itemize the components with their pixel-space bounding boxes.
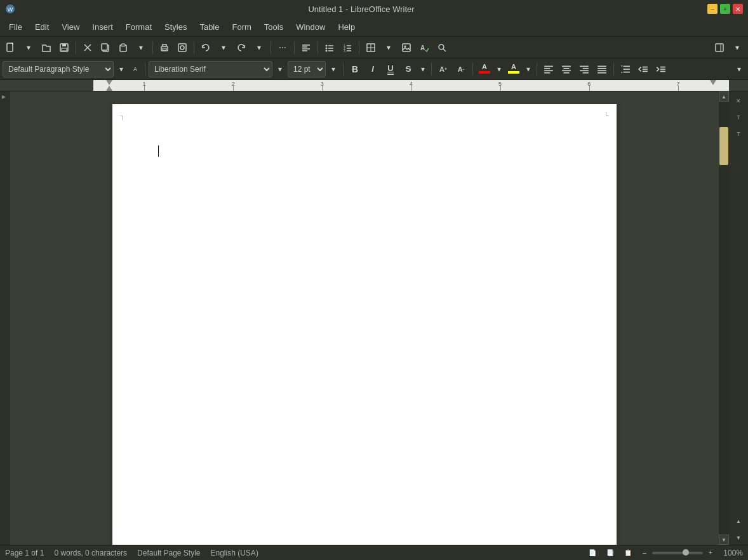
- highlight-color-button[interactable]: A: [505, 61, 522, 77]
- zoom-level[interactable]: 100%: [721, 549, 743, 557]
- menu-edit[interactable]: Edit: [29, 20, 55, 34]
- menu-bar: File Edit View Insert Format Styles Tabl…: [0, 18, 748, 37]
- extra-button-1[interactable]: ⋯: [274, 39, 291, 56]
- print-preview-button[interactable]: [174, 39, 190, 56]
- status-doc-icon-2[interactable]: 📑: [604, 547, 617, 559]
- font-name-more-button[interactable]: ▾: [274, 61, 286, 77]
- menu-window[interactable]: Window: [290, 20, 331, 34]
- right-panel-btn-bottom[interactable]: ▲: [731, 514, 745, 528]
- font-size-more-button[interactable]: ▾: [327, 61, 340, 77]
- svg-point-38: [439, 44, 444, 50]
- subscript-button[interactable]: A-: [453, 61, 469, 77]
- right-panel-btn-bottom2[interactable]: ▼: [731, 531, 745, 545]
- font-color-button[interactable]: A: [476, 61, 493, 77]
- font-size-select[interactable]: 12 pt: [288, 61, 326, 77]
- right-panel-btn-3[interactable]: T: [731, 127, 745, 141]
- more-controls-button[interactable]: ▾: [729, 39, 745, 56]
- find-button[interactable]: [434, 39, 450, 56]
- menu-insert[interactable]: Insert: [86, 20, 119, 34]
- superscript-button[interactable]: A+: [435, 61, 451, 77]
- new-dropdown-button[interactable]: ▾: [20, 39, 37, 56]
- sidebar-toggle-button[interactable]: [711, 39, 728, 56]
- fmt-sep-6: [613, 63, 614, 76]
- vertical-scrollbar[interactable]: ▲ ▼: [719, 91, 729, 545]
- menu-view[interactable]: View: [55, 20, 86, 34]
- font-color-dropdown[interactable]: ▾: [494, 61, 504, 77]
- align-justify-fmt-button[interactable]: [594, 61, 610, 77]
- status-doc-icon-1[interactable]: 📄: [586, 547, 599, 559]
- window-title: Untitled 1 - LibreOffice Writer: [15, 4, 707, 14]
- menu-file[interactable]: File: [3, 20, 29, 34]
- menu-format[interactable]: Format: [119, 20, 158, 34]
- insert-table-dropdown[interactable]: ▾: [380, 39, 397, 56]
- scroll-down-button[interactable]: ▼: [719, 535, 729, 545]
- align-right-fmt-button[interactable]: [576, 61, 592, 77]
- bullets-button[interactable]: [321, 39, 338, 56]
- cut-button[interactable]: [79, 39, 96, 56]
- numbering-button[interactable]: 1.2.3.: [339, 39, 356, 56]
- spell-check-button[interactable]: A: [416, 39, 432, 56]
- open-button[interactable]: [38, 39, 55, 56]
- left-sidebar: ▶: [0, 91, 10, 545]
- document-page[interactable]: ┐ └: [112, 104, 617, 545]
- menu-form[interactable]: Form: [225, 20, 257, 34]
- scroll-thumb[interactable]: [719, 127, 728, 165]
- highlight-color-indicator: [508, 71, 519, 74]
- menu-table[interactable]: Table: [193, 20, 225, 34]
- menu-help[interactable]: Help: [331, 20, 361, 34]
- bold-button[interactable]: B: [347, 61, 363, 77]
- save-button[interactable]: [56, 39, 72, 56]
- align-left-button[interactable]: [298, 39, 314, 56]
- svg-text:3.: 3.: [344, 49, 346, 53]
- svg-rect-11: [121, 44, 125, 46]
- fmt-sep-1: [145, 63, 145, 76]
- paragraph-style-select[interactable]: Default Paragraph Style: [3, 61, 114, 77]
- zoom-slider[interactable]: [652, 552, 703, 554]
- line-spacing-button[interactable]: [617, 61, 634, 77]
- highlight-dropdown[interactable]: ▾: [523, 61, 533, 77]
- paragraph-style-more-button[interactable]: ▾: [115, 61, 128, 77]
- svg-point-20: [326, 44, 328, 46]
- scroll-track[interactable]: [719, 102, 729, 535]
- right-panel-btn-2[interactable]: T: [731, 110, 745, 124]
- text-cursor: [158, 145, 159, 157]
- indent-less-button[interactable]: [635, 61, 651, 77]
- close-button[interactable]: ✕: [733, 4, 743, 14]
- font-name-select[interactable]: Liberation Serif: [149, 61, 272, 77]
- content-area: ┐ └ ▲ ▼: [10, 91, 729, 545]
- scroll-up-button[interactable]: ▲: [719, 91, 729, 102]
- format-toolbar-more-button[interactable]: ▾: [733, 61, 745, 77]
- redo-dropdown-button[interactable]: ▾: [251, 39, 267, 56]
- zoom-decrease-button[interactable]: –: [639, 548, 650, 558]
- font-size-increase-button[interactable]: A: [129, 61, 142, 77]
- document-scroll[interactable]: ┐ └: [10, 91, 719, 545]
- undo-dropdown-button[interactable]: ▾: [215, 39, 232, 56]
- redo-button[interactable]: [233, 39, 250, 56]
- paste-button[interactable]: [115, 39, 131, 56]
- status-doc-icon-3[interactable]: 📋: [622, 547, 634, 559]
- italic-button[interactable]: I: [364, 61, 381, 77]
- copy-button[interactable]: [97, 39, 114, 56]
- underline-dropdown-button[interactable]: ▾: [418, 61, 428, 77]
- zoom-slider-thumb: [683, 549, 689, 556]
- undo-button[interactable]: [197, 39, 214, 56]
- menu-tools[interactable]: Tools: [258, 20, 290, 34]
- paste-dropdown-button[interactable]: ▾: [133, 39, 149, 56]
- insert-table-button[interactable]: [363, 39, 379, 56]
- underline-button[interactable]: U: [382, 61, 399, 77]
- print-button[interactable]: [156, 39, 173, 56]
- ruler: 1 2 3 4 5 6 7: [0, 80, 748, 91]
- menu-styles[interactable]: Styles: [158, 20, 193, 34]
- align-left-fmt-button[interactable]: [540, 61, 557, 77]
- toolbar-separator-5: [294, 41, 295, 54]
- new-button[interactable]: [3, 39, 19, 56]
- indent-more-button[interactable]: [653, 61, 669, 77]
- right-panel-btn-1[interactable]: ✕: [731, 94, 745, 108]
- minimize-button[interactable]: –: [707, 4, 718, 14]
- zoom-increase-button[interactable]: +: [705, 548, 716, 558]
- insert-image-button[interactable]: [398, 39, 415, 56]
- align-center-fmt-button[interactable]: [558, 61, 575, 77]
- maximize-button[interactable]: +: [720, 4, 730, 14]
- strikethrough-button[interactable]: S: [400, 61, 417, 77]
- svg-point-15: [180, 46, 184, 50]
